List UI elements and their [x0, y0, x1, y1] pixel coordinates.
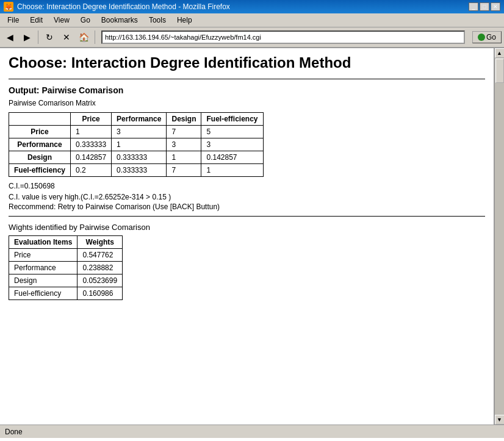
- menu-bookmarks[interactable]: Bookmarks: [96, 15, 143, 26]
- cell-price-design: 7: [167, 126, 201, 138]
- cell-fuel-price: 0.2: [71, 164, 112, 177]
- ci-recommend: Reccommend: Retry to Pairwise Comarison …: [9, 203, 485, 211]
- go-label: Go: [486, 33, 496, 41]
- scroll-up-button[interactable]: ▲: [495, 48, 505, 58]
- weights-row: Design 0.0523699: [9, 274, 123, 287]
- weight-item-fuel: Fuel-efficiency: [9, 287, 77, 300]
- cell-fuel-performance: 0.333333: [112, 164, 167, 177]
- weights-title: Wights identified by Pairwise Comarison: [9, 223, 485, 232]
- cell-perf-price: 0.333333: [71, 138, 112, 151]
- menu-edit[interactable]: Edit: [25, 15, 48, 26]
- table-row: Performance 0.333333 1 3 3: [9, 138, 264, 151]
- pairwise-matrix-table: Price Performance Design Fuel-efficiency…: [9, 112, 264, 177]
- weights-row: Fuel-efficiency 0.160986: [9, 287, 123, 300]
- reload-button[interactable]: ↻: [42, 30, 57, 45]
- row-price-header: Price: [9, 126, 71, 138]
- window-controls[interactable]: _ □ ✕: [469, 2, 500, 11]
- maximize-button[interactable]: □: [480, 2, 489, 11]
- close-button[interactable]: ✕: [491, 2, 500, 11]
- browser-body: Choose: Interaction Degree Identificatio…: [0, 48, 504, 425]
- weight-value-performance: 0.238882: [77, 262, 123, 274]
- address-bar: [101, 30, 465, 44]
- cell-design-fuel: 0.142857: [201, 151, 263, 164]
- address-input[interactable]: [101, 30, 465, 44]
- col-header-fuel: Fuel-efficiency: [201, 113, 263, 126]
- weight-value-fuel: 0.160986: [77, 287, 123, 300]
- cell-design-price: 0.142857: [71, 151, 112, 164]
- weight-item-design: Design: [9, 274, 77, 287]
- col-header-performance: Performance: [112, 113, 167, 126]
- divider-2: [9, 216, 485, 217]
- cell-price-price: 1: [71, 126, 112, 138]
- home-button[interactable]: 🏠: [76, 30, 91, 45]
- table-row: Design 0.142857 0.333333 1 0.142857: [9, 151, 264, 164]
- title-bar: 🦊 Choose: Interaction Degree Identificat…: [0, 0, 504, 13]
- toolbar-separator-1: [38, 30, 38, 44]
- weights-row: Price 0.547762: [9, 249, 123, 262]
- window-title: Choose: Interaction Degree Identificatio…: [17, 2, 230, 11]
- weight-value-price: 0.547762: [77, 249, 123, 262]
- col-header-design: Design: [167, 113, 201, 126]
- toolbar: ◀ ▶ ↻ ✕ 🏠 Go: [0, 27, 504, 48]
- ci-value: C.I.=0.150698: [9, 182, 485, 190]
- matrix-label: Pairwise Comarison Matrix: [9, 99, 485, 107]
- browser-icon: 🦊: [4, 2, 13, 12]
- cell-design-design: 1: [167, 151, 201, 164]
- ci-warning: C.I. value is very high.(C.I.=2.65252e-3…: [9, 193, 485, 201]
- scrollbar[interactable]: ▲ ▼: [494, 48, 504, 425]
- content-area: Choose: Interaction Degree Identificatio…: [0, 48, 494, 425]
- weight-value-design: 0.0523699: [77, 274, 123, 287]
- cell-perf-design: 3: [167, 138, 201, 151]
- cell-price-fuel: 5: [201, 126, 263, 138]
- minimize-button[interactable]: _: [469, 2, 478, 11]
- weights-row: Performance 0.238882: [9, 262, 123, 274]
- cell-perf-performance: 1: [112, 138, 167, 151]
- toolbar-separator-2: [95, 30, 95, 44]
- row-performance-header: Performance: [9, 138, 71, 151]
- scroll-track[interactable]: [495, 58, 504, 415]
- weight-item-price: Price: [9, 249, 77, 262]
- row-design-header: Design: [9, 151, 71, 164]
- menu-tools[interactable]: Tools: [144, 15, 171, 26]
- scroll-thumb[interactable]: [495, 59, 504, 83]
- stop-button[interactable]: ✕: [59, 30, 74, 45]
- table-row: Price 1 3 7 5: [9, 126, 264, 138]
- menu-help[interactable]: Help: [172, 15, 197, 26]
- cell-fuel-fuel: 1: [201, 164, 263, 177]
- cell-design-performance: 0.333333: [112, 151, 167, 164]
- cell-fuel-design: 7: [167, 164, 201, 177]
- menu-view[interactable]: View: [49, 15, 74, 26]
- back-button[interactable]: ◀: [2, 30, 17, 45]
- menu-file[interactable]: File: [2, 15, 24, 26]
- col-header-empty: [9, 113, 71, 126]
- menu-bar: File Edit View Go Bookmarks Tools Help: [0, 13, 504, 27]
- cell-price-performance: 3: [112, 126, 167, 138]
- output-label: Output: Pairwise Comarison: [9, 85, 485, 95]
- status-text: Done: [5, 428, 23, 436]
- weights-col-weights: Weights: [77, 236, 123, 249]
- weights-col-items: Evaluation Items: [9, 236, 77, 249]
- weights-table: Evaluation Items Weights Price 0.547762 …: [9, 235, 123, 300]
- page-title: Choose: Interaction Degree Identificatio…: [9, 54, 485, 71]
- table-row: Fuel-efficiency 0.2 0.333333 7 1: [9, 164, 264, 177]
- col-header-price: Price: [71, 113, 112, 126]
- go-icon: [478, 34, 485, 41]
- divider-1: [9, 79, 485, 79]
- forward-button[interactable]: ▶: [20, 30, 34, 45]
- menu-go[interactable]: Go: [76, 15, 95, 26]
- scroll-down-button[interactable]: ▼: [495, 415, 505, 425]
- cell-perf-fuel: 3: [201, 138, 263, 151]
- status-bar: Done: [0, 425, 504, 438]
- row-fuel-header: Fuel-efficiency: [9, 164, 71, 177]
- go-button[interactable]: Go: [472, 31, 502, 43]
- weight-item-performance: Performance: [9, 262, 77, 274]
